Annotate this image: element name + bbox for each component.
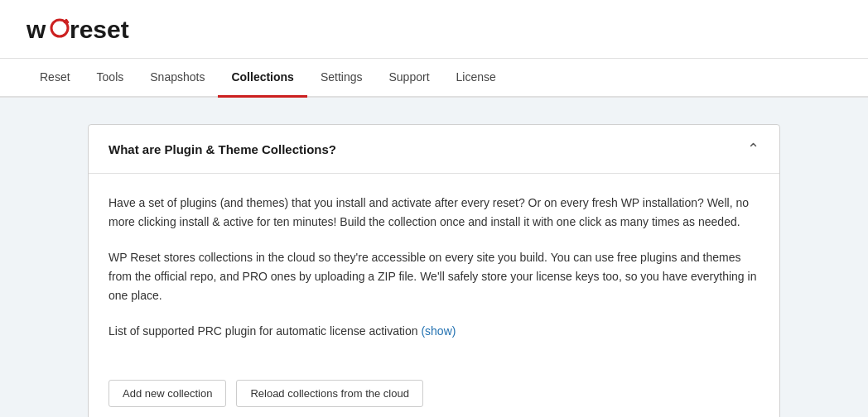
card-body: Have a set of plugins (and themes) that … [89,174,779,365]
collections-card: What are Plugin & Theme Collections? ⌃ H… [88,124,780,417]
paragraph-2: WP Reset stores collections in the cloud… [108,248,760,305]
paragraph-3-text: List of supported PRC plugin for automat… [108,324,421,338]
nav-item-support[interactable]: Support [376,59,443,98]
nav-item-license[interactable]: License [443,59,509,98]
header: w reset [0,0,868,59]
nav-item-collections[interactable]: Collections [218,59,306,98]
nav-item-tools[interactable]: Tools [84,59,137,98]
main-content: What are Plugin & Theme Collections? ⌃ H… [61,98,807,417]
logo: w reset [27,13,142,45]
paragraph-3: List of supported PRC plugin for automat… [108,322,760,341]
chevron-up-icon: ⌃ [747,140,760,158]
navigation: Reset Tools Snapshots Collections Settin… [0,59,868,98]
logo-svg: w reset [27,13,142,45]
card-footer: Add new collection Reload collections fr… [89,365,779,417]
nav-item-reset[interactable]: Reset [27,59,84,98]
svg-text:reset: reset [70,16,129,43]
show-link[interactable]: (show) [421,324,456,338]
paragraph-1: Have a set of plugins (and themes) that … [108,194,760,232]
nav-item-snapshots[interactable]: Snapshots [137,59,218,98]
svg-text:w: w [27,16,46,43]
card-header[interactable]: What are Plugin & Theme Collections? ⌃ [89,125,779,174]
card-title: What are Plugin & Theme Collections? [108,142,336,156]
nav-item-settings[interactable]: Settings [307,59,376,98]
add-new-collection-button[interactable]: Add new collection [108,380,226,407]
reload-collections-button[interactable]: Reload collections from the cloud [236,380,423,407]
